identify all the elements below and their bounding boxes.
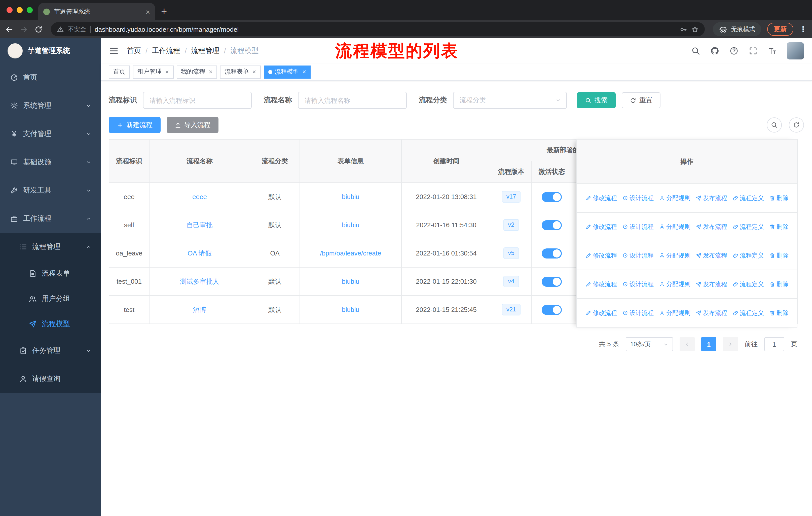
action-link-link[interactable]: 流程定义	[732, 194, 764, 202]
process-name-link[interactable]: eeee	[192, 193, 207, 200]
action-send-link[interactable]: 发布流程	[695, 222, 727, 231]
reset-button[interactable]: 重置	[622, 92, 661, 108]
reload-icon[interactable]	[34, 25, 43, 33]
search-icon[interactable]	[691, 46, 700, 55]
tag-item[interactable]: 首页	[109, 65, 130, 78]
browser-tab[interactable]: 芋道管理系统 ×	[38, 3, 155, 20]
form-link[interactable]: biubiu	[342, 221, 359, 229]
process-name-link[interactable]: 自己审批	[186, 221, 213, 228]
sidebar-item-leave-query[interactable]: 请假查询	[0, 365, 101, 393]
action-edit-link[interactable]: 修改流程	[585, 251, 617, 260]
process-name-link[interactable]: 测试多审批人	[180, 277, 219, 285]
action-user-link[interactable]: 分配规则	[659, 251, 690, 260]
close-window-button[interactable]	[6, 7, 12, 13]
close-icon[interactable]: ×	[302, 69, 306, 75]
process-name-link[interactable]: OA 请假	[187, 249, 211, 257]
next-page-button[interactable]	[723, 337, 738, 351]
github-icon[interactable]	[710, 46, 719, 55]
action-trash-link[interactable]: 删除	[769, 194, 789, 202]
form-link[interactable]: /bpm/oa/leave/create	[320, 249, 381, 257]
sidebar-item-user-group[interactable]: 用户分组	[0, 286, 101, 311]
sidebar-item-process-form[interactable]: 流程表单	[0, 261, 101, 286]
action-design-link[interactable]: 设计流程	[622, 309, 654, 317]
sidebar-item-process-model[interactable]: 流程模型	[0, 311, 101, 336]
action-user-link[interactable]: 分配规则	[659, 222, 690, 231]
action-edit-link[interactable]: 修改流程	[585, 309, 617, 317]
password-key-icon[interactable]	[679, 25, 687, 33]
sidebar-item-home[interactable]: 首页	[0, 63, 101, 92]
action-trash-link[interactable]: 删除	[769, 280, 789, 289]
tag-item[interactable]: 流程模型×	[264, 65, 311, 78]
sidebar-item-dev-tools[interactable]: 研发工具	[0, 176, 101, 205]
action-edit-link[interactable]: 修改流程	[585, 194, 617, 202]
minimize-window-button[interactable]	[17, 7, 23, 13]
action-link-link[interactable]: 流程定义	[732, 280, 764, 289]
close-icon[interactable]: ×	[209, 69, 212, 75]
action-link-link[interactable]: 流程定义	[732, 222, 764, 231]
action-user-link[interactable]: 分配规则	[659, 309, 690, 317]
refresh-table-button[interactable]	[789, 117, 804, 133]
process-key-input[interactable]	[143, 92, 252, 109]
fullscreen-icon[interactable]	[749, 46, 758, 55]
form-link[interactable]: biubiu	[342, 193, 359, 200]
tag-item[interactable]: 我的流程×	[176, 65, 217, 78]
breadcrumb-item[interactable]: 工作流程	[152, 46, 180, 55]
action-send-link[interactable]: 发布流程	[695, 309, 727, 317]
breadcrumb-item[interactable]: 首页	[127, 46, 141, 55]
process-name-input[interactable]	[298, 92, 407, 109]
import-process-button[interactable]: 导入流程	[167, 117, 219, 133]
action-send-link[interactable]: 发布流程	[695, 280, 727, 289]
sidebar-item-task-manage[interactable]: 任务管理	[0, 336, 101, 365]
process-category-select[interactable]: 流程分类	[453, 92, 567, 109]
current-page-button[interactable]: 1	[701, 337, 716, 351]
close-icon[interactable]: ×	[165, 69, 169, 75]
toggle-search-button[interactable]	[767, 117, 782, 133]
process-name-link[interactable]: 滔博	[193, 306, 206, 313]
search-button[interactable]: 搜索	[577, 92, 616, 108]
action-design-link[interactable]: 设计流程	[622, 194, 654, 202]
hamburger-icon[interactable]	[109, 46, 119, 56]
forward-icon[interactable]	[20, 25, 28, 33]
page-size-select[interactable]: 10条/页	[626, 337, 673, 351]
sidebar-item-workflow[interactable]: 工作流程	[0, 205, 101, 233]
action-design-link[interactable]: 设计流程	[622, 222, 654, 231]
active-toggle[interactable]	[542, 248, 562, 258]
tag-item[interactable]: 流程表单×	[220, 65, 261, 78]
help-icon[interactable]	[729, 46, 738, 55]
sidebar-item-system[interactable]: 系统管理	[0, 92, 101, 120]
action-user-link[interactable]: 分配规则	[659, 280, 690, 289]
user-avatar[interactable]	[787, 42, 804, 59]
breadcrumb-item[interactable]: 流程管理	[191, 46, 220, 55]
close-icon[interactable]: ×	[252, 69, 256, 75]
sidebar-item-infrastructure[interactable]: 基础设施	[0, 148, 101, 176]
back-icon[interactable]	[5, 25, 13, 33]
bookmark-star-icon[interactable]	[691, 25, 699, 33]
sidebar-item-payment[interactable]: 支付管理	[0, 120, 101, 148]
active-toggle[interactable]	[542, 192, 562, 202]
action-edit-link[interactable]: 修改流程	[585, 280, 617, 289]
form-link[interactable]: biubiu	[342, 278, 359, 285]
sidebar-item-process-manage[interactable]: 流程管理	[0, 233, 101, 261]
update-button[interactable]: 更新	[767, 23, 793, 36]
tag-item[interactable]: 租户管理×	[133, 65, 173, 78]
form-link[interactable]: biubiu	[342, 306, 359, 314]
action-user-link[interactable]: 分配规则	[659, 194, 690, 202]
action-link-link[interactable]: 流程定义	[732, 251, 764, 260]
action-trash-link[interactable]: 删除	[769, 251, 789, 260]
browser-menu-icon[interactable]: ⋮	[800, 25, 807, 34]
font-size-icon[interactable]	[768, 46, 777, 55]
active-toggle[interactable]	[542, 305, 562, 315]
action-link-link[interactable]: 流程定义	[732, 309, 764, 317]
action-send-link[interactable]: 发布流程	[695, 251, 727, 260]
action-trash-link[interactable]: 删除	[769, 309, 789, 317]
action-send-link[interactable]: 发布流程	[695, 194, 727, 202]
action-design-link[interactable]: 设计流程	[622, 251, 654, 260]
new-tab-button[interactable]: +	[161, 5, 167, 17]
goto-page-input[interactable]	[764, 337, 784, 351]
maximize-window-button[interactable]	[27, 7, 33, 13]
prev-page-button[interactable]	[679, 337, 695, 351]
action-edit-link[interactable]: 修改流程	[585, 222, 617, 231]
active-toggle[interactable]	[542, 220, 562, 230]
action-design-link[interactable]: 设计流程	[622, 280, 654, 289]
create-process-button[interactable]: 新建流程	[109, 117, 161, 133]
